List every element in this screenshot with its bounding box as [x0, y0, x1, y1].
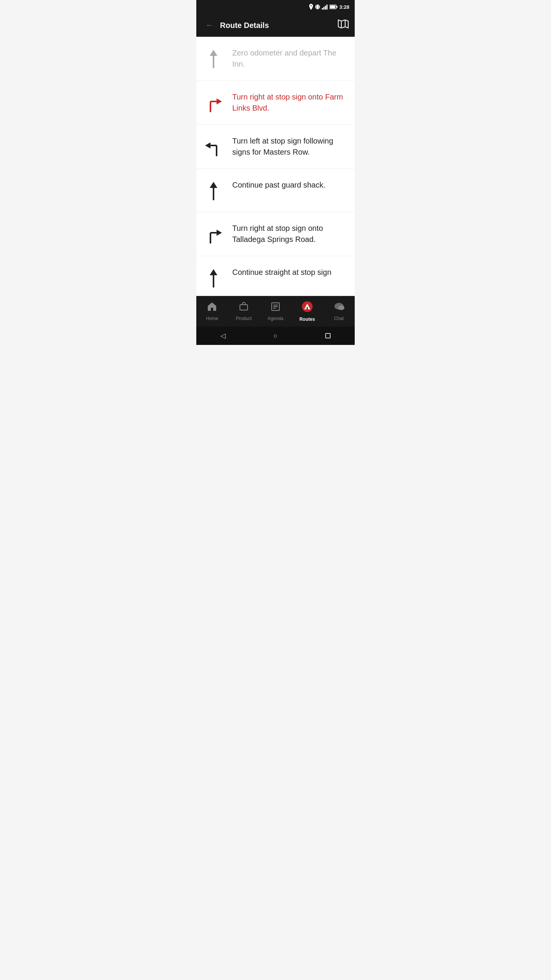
route-steps-list: Zero odometer and depart The Inn. Turn r… — [196, 37, 355, 296]
nav-chat-label: Chat — [334, 316, 344, 321]
route-step-6: Continue straight at stop sign — [196, 256, 355, 292]
status-bar: 3:28 — [196, 0, 355, 14]
step-text-3: Turn left at stop sign following signs f… — [232, 136, 346, 158]
route-step-3: Turn left at stop sign following signs f… — [196, 125, 355, 169]
home-icon — [207, 302, 217, 314]
nav-home-label: Home — [206, 316, 218, 321]
step-icon-5 — [204, 223, 223, 244]
vibrate-icon — [315, 4, 320, 10]
nav-routes[interactable]: Routes — [291, 298, 323, 325]
svg-point-37 — [338, 305, 344, 310]
back-button[interactable]: ← — [202, 17, 217, 33]
route-step-2: Turn right at stop sign onto Farm Links … — [196, 81, 355, 125]
svg-marker-20 — [205, 142, 210, 149]
nav-chat[interactable]: Chat — [323, 299, 355, 324]
svg-marker-10 — [338, 20, 348, 28]
svg-rect-8 — [330, 6, 335, 8]
signal-icon — [322, 4, 328, 10]
product-icon — [239, 302, 249, 314]
svg-rect-35 — [306, 307, 308, 309]
time-display: 3:28 — [339, 4, 349, 10]
routes-icon — [302, 301, 313, 315]
android-recents[interactable] — [325, 333, 331, 338]
status-icons: 3:28 — [309, 4, 349, 10]
svg-marker-22 — [210, 182, 217, 188]
step-text-5: Turn right at stop sign onto Talladega S… — [232, 223, 346, 245]
nav-product[interactable]: Product — [228, 299, 260, 324]
step-icon-4 — [204, 180, 223, 201]
step-icon-3 — [204, 136, 223, 157]
svg-marker-14 — [210, 50, 217, 56]
nav-routes-label: Routes — [299, 317, 315, 322]
step-icon-6 — [204, 267, 223, 288]
location-icon — [309, 4, 313, 10]
step-text-1: Zero odometer and depart The Inn. — [232, 47, 346, 70]
android-navbar: ◁ ○ — [196, 327, 355, 345]
svg-marker-25 — [217, 230, 222, 236]
svg-rect-0 — [316, 5, 319, 9]
svg-rect-9 — [336, 6, 337, 8]
svg-marker-27 — [210, 269, 217, 275]
route-step-5: Turn right at stop sign onto Talladega S… — [196, 212, 355, 256]
chat-icon — [334, 302, 344, 314]
svg-rect-2 — [319, 5, 320, 8]
svg-rect-1 — [315, 5, 316, 8]
app-header: ← Route Details — [196, 14, 355, 37]
battery-icon — [329, 5, 338, 9]
android-back[interactable]: ◁ — [220, 332, 226, 340]
map-icon[interactable] — [338, 20, 349, 31]
svg-rect-3 — [322, 8, 323, 10]
agenda-icon — [271, 302, 280, 314]
step-text-2: Turn right at stop sign onto Farm Links … — [232, 91, 346, 114]
svg-rect-4 — [323, 7, 324, 10]
android-home[interactable]: ○ — [274, 332, 278, 340]
step-text-6: Continue straight at stop sign — [232, 267, 346, 278]
svg-rect-28 — [240, 305, 248, 310]
nav-agenda[interactable]: Agenda — [260, 299, 292, 324]
page-title: Route Details — [220, 21, 338, 30]
svg-marker-17 — [217, 98, 222, 105]
step-icon-2 — [204, 91, 223, 113]
nav-product-label: Product — [236, 316, 252, 321]
bottom-navigation: Home Product Agenda — [196, 296, 355, 327]
svg-rect-5 — [325, 6, 326, 10]
nav-home[interactable]: Home — [196, 299, 228, 324]
step-icon-1 — [204, 47, 223, 69]
nav-agenda-label: Agenda — [267, 316, 283, 321]
svg-rect-6 — [326, 5, 328, 10]
route-step-4: Continue past guard shack. — [196, 169, 355, 212]
step-text-4: Continue past guard shack. — [232, 180, 346, 191]
route-step-1: Zero odometer and depart The Inn. — [196, 37, 355, 81]
